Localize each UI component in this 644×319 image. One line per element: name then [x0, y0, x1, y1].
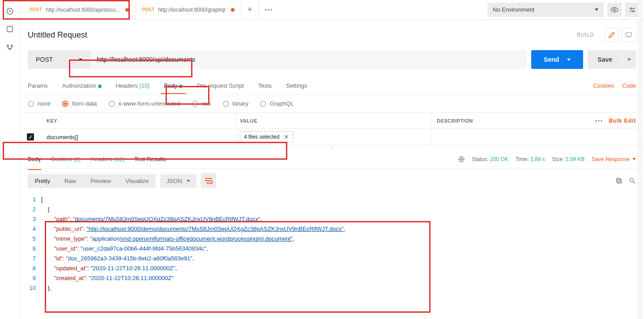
edit-button[interactable]	[605, 28, 619, 42]
svg-rect-20	[617, 179, 620, 182]
radio-binary[interactable]: binary	[223, 100, 248, 107]
svg-point-11	[631, 8, 632, 9]
tab-body[interactable]: Body	[164, 78, 183, 94]
cookies-link[interactable]: Cookies	[593, 82, 614, 89]
chevron-down-icon	[632, 158, 636, 160]
column-key: KEY	[41, 113, 236, 128]
response-tab-body[interactable]: Body	[28, 152, 41, 166]
search-icon[interactable]	[629, 177, 636, 184]
dirty-indicator	[125, 8, 129, 12]
status-label: Status: 200 OK	[472, 156, 508, 162]
chevron-down-icon	[595, 9, 598, 11]
view-preview[interactable]: Preview	[83, 174, 118, 188]
radio-none[interactable]: none	[28, 100, 51, 107]
tab-method: POST	[30, 7, 42, 12]
wrap-lines-button[interactable]	[201, 173, 216, 188]
save-dropdown[interactable]	[623, 50, 636, 69]
request-title[interactable]: Untitled Request	[28, 30, 577, 40]
radio-urlencoded[interactable]: x-www-form-urlencoded	[109, 100, 180, 107]
radio-form-data[interactable]: form-data	[62, 100, 97, 107]
tab-authorization[interactable]: Authorization	[62, 78, 102, 94]
url-input[interactable]	[97, 56, 520, 63]
tab-label: http://localhost:8000/graphql	[158, 7, 226, 13]
method-select[interactable]: POST	[28, 50, 90, 69]
column-value: VALUE	[236, 113, 431, 128]
copy-icon[interactable]	[615, 177, 623, 184]
send-button[interactable]: Send	[531, 50, 583, 69]
topbar: POST http://localhost:8000/api/docu... P…	[20, 0, 644, 20]
comment-button[interactable]	[622, 28, 636, 42]
tab-prerequest[interactable]: Pre-request Script	[197, 78, 244, 94]
url-row: POST Send Save	[20, 45, 644, 77]
svg-point-16	[601, 120, 602, 121]
tab-request-2[interactable]: POST http://localhost:8000/graphql	[136, 0, 241, 19]
view-pretty[interactable]: Pretty	[28, 174, 57, 188]
radio-raw[interactable]: raw	[192, 100, 211, 107]
save-button[interactable]: Save	[588, 50, 622, 69]
new-tab-button[interactable]: +	[241, 0, 259, 19]
globe-icon[interactable]	[458, 156, 465, 163]
apis-icon[interactable]	[6, 43, 14, 51]
svg-rect-19	[618, 179, 621, 183]
row-checkbox[interactable]: ✓	[27, 133, 34, 140]
code-content[interactable]: [ { "path": "documents/7MsS8Jm0SepUQXgZc…	[41, 195, 644, 293]
svg-point-7	[271, 9, 272, 10]
save-response-button[interactable]: Save Response	[592, 156, 636, 162]
environment-select[interactable]: No Environment	[487, 3, 604, 17]
time-label: Time: 3.88 s	[516, 156, 545, 162]
response-tab-headers[interactable]: Headers (12)	[90, 152, 124, 166]
svg-line-22	[633, 182, 635, 183]
more-icon[interactable]	[595, 120, 602, 122]
close-icon[interactable]: ✕	[284, 133, 289, 140]
tab-headers[interactable]: Headers (10)	[116, 78, 150, 94]
title-row: Untitled Request BUILD	[20, 20, 644, 45]
column-description: DESCRIPTION	[431, 118, 586, 123]
code-link[interactable]: Code	[622, 82, 636, 89]
response-tab-test-results[interactable]: Test Results	[134, 152, 166, 166]
history-icon[interactable]	[6, 7, 14, 15]
tab-params[interactable]: Params	[28, 78, 48, 94]
build-label: BUILD	[577, 32, 594, 38]
environment-preview-button[interactable]	[607, 3, 622, 17]
view-visualize[interactable]: Visualize	[118, 174, 156, 188]
svg-point-15	[598, 120, 600, 121]
svg-rect-13	[626, 33, 631, 37]
status-dot-icon	[98, 85, 102, 88]
main-pane: POST http://localhost:8000/api/docu... P…	[20, 0, 644, 319]
tab-tests[interactable]: Tests	[258, 78, 272, 94]
svg-point-4	[9, 48, 10, 50]
tab-overflow-button[interactable]	[259, 0, 278, 19]
chevron-down-icon	[79, 59, 82, 61]
table-row[interactable]: ✓ documents[] 4 files selected ✕	[20, 129, 644, 145]
view-raw[interactable]: Raw	[57, 174, 83, 188]
response-bar: Body Cookies (1) Headers (12) Test Resul…	[20, 150, 644, 169]
form-data-table: KEY VALUE DESCRIPTION Bulk Edit ✓ docume…	[20, 112, 644, 145]
tab-label: http://localhost:8000/api/docu...	[46, 7, 120, 13]
svg-point-6	[268, 9, 269, 10]
request-section-tabs: Params Authorization Headers (10) Body P…	[20, 77, 644, 95]
response-tab-cookies[interactable]: Cookies (1)	[51, 152, 81, 166]
environment-label: No Environment	[493, 6, 534, 13]
radio-graphql[interactable]: GraphQL	[260, 100, 294, 107]
size-label: Size: 2.09 KB	[552, 156, 585, 162]
left-rail	[0, 0, 20, 319]
tab-request-1[interactable]: POST http://localhost:8000/api/docu...	[23, 0, 136, 19]
bulk-edit-link[interactable]: Bulk Edit	[609, 117, 636, 124]
language-select[interactable]: JSON	[160, 174, 196, 188]
response-view-row: Pretty Raw Preview Visualize JSON	[20, 169, 644, 193]
collections-icon[interactable]	[6, 25, 14, 33]
file-chip[interactable]: 4 files selected ✕	[240, 131, 293, 143]
row-key[interactable]: documents[]	[41, 129, 236, 145]
svg-point-3	[11, 45, 13, 47]
tab-settings[interactable]: Settings	[286, 78, 307, 94]
method-value: POST	[36, 56, 53, 63]
svg-point-5	[265, 9, 267, 10]
svg-point-21	[630, 179, 634, 182]
window-scrollbar[interactable]	[638, 0, 643, 319]
svg-point-8	[614, 9, 616, 11]
resize-handle[interactable]: ═	[20, 145, 644, 150]
response-body-code[interactable]: 12345678910 [ { "path": "documents/7MsS8…	[20, 193, 644, 293]
view-mode-segment: Pretty Raw Preview Visualize	[28, 174, 156, 188]
line-gutter: 12345678910	[23, 195, 41, 293]
request-tabs: POST http://localhost:8000/api/docu... P…	[20, 0, 483, 19]
